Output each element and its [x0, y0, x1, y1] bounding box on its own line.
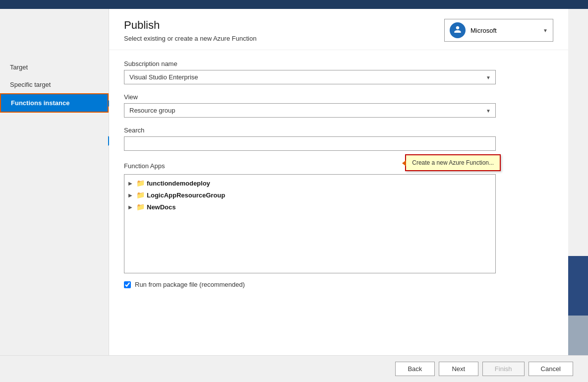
next-button[interactable]: Next: [439, 362, 478, 376]
right-sidebar-top: [568, 9, 588, 256]
tree-arrow: ▶: [128, 192, 134, 198]
search-input[interactable]: [124, 136, 496, 151]
tree-item-0[interactable]: ▶ 📁 functiondemodeploy: [124, 177, 495, 189]
content-area: Publish Select existing or create a new …: [109, 9, 568, 355]
folder-icon: 📁: [136, 191, 145, 199]
page-subtitle: Select existing or create a new Azure Fu…: [124, 35, 256, 42]
tree-arrow: ▶: [128, 204, 134, 210]
tree-label: NewDocs: [147, 203, 176, 211]
cancel-button[interactable]: Cancel: [529, 362, 573, 376]
account-name: Microsoft: [470, 27, 538, 34]
folder-icon: 📁: [136, 179, 145, 187]
view-label: View: [124, 93, 553, 101]
form-section: Subscription name Visual Studio Enterpri…: [109, 50, 568, 298]
right-sidebar-mid: [568, 256, 588, 316]
tree-arrow: ▶: [128, 181, 134, 186]
function-apps-section: Function Apps: [124, 160, 553, 273]
checkbox-row: Run from package file (recommended): [124, 281, 496, 288]
function-apps-label: Function Apps: [124, 162, 165, 170]
header-left: Publish Select existing or create a new …: [124, 19, 256, 42]
back-button[interactable]: Back: [395, 362, 435, 376]
sidebar-item-functions-instance[interactable]: Functions instance: [0, 93, 109, 113]
function-apps-list-container: ▶ 📁 functiondemodeploy ▶ 📁 LogicAppResou…: [124, 174, 496, 273]
sidebar: Target Specific target Functions instanc…: [0, 9, 109, 355]
footer: Back Next Finish Cancel: [0, 355, 588, 382]
finish-button[interactable]: Finish: [482, 362, 525, 376]
tree-label: LogicAppResourceGroup: [147, 191, 225, 199]
create-function-tooltip: Create a new Azure Function...: [405, 154, 501, 171]
sidebar-item-label: Functions instance: [11, 99, 69, 107]
page-title: Publish: [124, 19, 256, 32]
search-group: Search: [124, 127, 553, 151]
package-file-checkbox[interactable]: [124, 281, 131, 288]
subscription-group: Subscription name Visual Studio Enterpri…: [124, 60, 553, 84]
top-bar: [0, 0, 588, 9]
package-file-label: Run from package file (recommended): [135, 281, 245, 288]
sidebar-item-label: Specific target: [10, 81, 51, 88]
tree-item-1[interactable]: ▶ 📁 LogicAppResourceGroup: [124, 189, 495, 201]
function-apps-list[interactable]: ▶ 📁 functiondemodeploy ▶ 📁 LogicAppResou…: [124, 174, 496, 273]
view-select[interactable]: Resource group: [124, 103, 496, 118]
view-group: View Resource group: [124, 93, 553, 118]
subscription-select-wrapper: Visual Studio Enterprise: [124, 70, 496, 84]
account-selector[interactable]: Microsoft ▼: [444, 19, 553, 42]
subscription-select[interactable]: Visual Studio Enterprise: [124, 70, 496, 84]
account-dropdown-arrow: ▼: [543, 28, 548, 33]
sidebar-item-label: Target: [10, 64, 28, 71]
sidebar-item-target[interactable]: Target: [0, 59, 109, 76]
sidebar-item-specific-target[interactable]: Specific target: [0, 76, 109, 93]
header-section: Publish Select existing or create a new …: [109, 9, 568, 50]
account-icon: [450, 22, 466, 38]
view-select-wrapper: Resource group: [124, 103, 496, 118]
tree-label: functiondemodeploy: [147, 180, 210, 187]
right-sidebar: [568, 9, 588, 355]
folder-icon: 📁: [136, 203, 145, 211]
tree-item-2[interactable]: ▶ 📁 NewDocs: [124, 201, 495, 213]
right-sidebar-bot: [568, 316, 588, 355]
search-label: Search: [124, 127, 553, 134]
subscription-label: Subscription name: [124, 60, 553, 67]
